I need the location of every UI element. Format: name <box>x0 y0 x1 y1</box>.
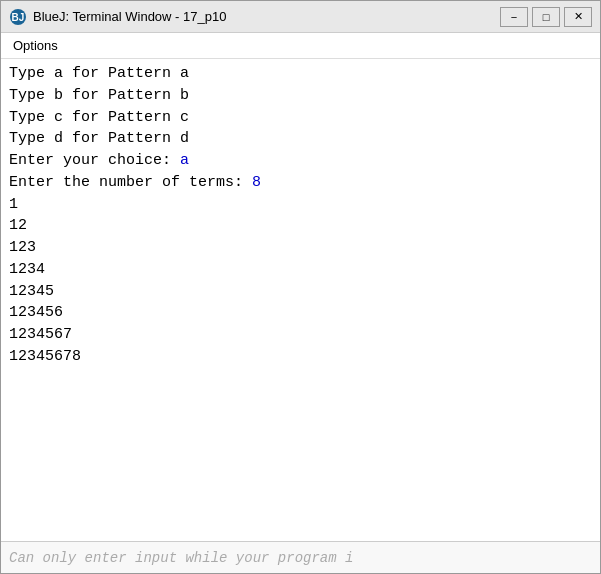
minimize-button[interactable]: − <box>500 7 528 27</box>
line-10: 1234 <box>9 259 592 281</box>
line-3: Type c for Pattern c <box>9 107 592 129</box>
line-3-text: Type c for Pattern c <box>9 109 189 126</box>
line-7: 1 <box>9 194 592 216</box>
line-1: Type a for Pattern a <box>9 63 592 85</box>
terminal-window: BJ BlueJ: Terminal Window - 17_p10 − □ ✕… <box>0 0 601 574</box>
title-bar: BJ BlueJ: Terminal Window - 17_p10 − □ ✕ <box>1 1 600 33</box>
line-8: 12 <box>9 215 592 237</box>
line-2-text: Type b for Pattern b <box>9 87 189 104</box>
window-title: BlueJ: Terminal Window - 17_p10 <box>33 9 500 24</box>
line-13: 1234567 <box>9 324 592 346</box>
window-controls: − □ ✕ <box>500 7 592 27</box>
options-menu[interactable]: Options <box>5 36 66 55</box>
input-placeholder: Can only enter input while your program … <box>9 550 353 566</box>
line-6: Enter the number of terms: 8 <box>9 172 592 194</box>
line-6-text: Enter the number of terms: <box>9 174 252 191</box>
maximize-button[interactable]: □ <box>532 7 560 27</box>
line-4-text: Type d for Pattern d <box>9 130 189 147</box>
line-4: Type d for Pattern d <box>9 128 592 150</box>
terminal-area: Type a for Pattern a Type b for Pattern … <box>1 59 600 541</box>
line-5: Enter your choice: a <box>9 150 592 172</box>
line-9: 123 <box>9 237 592 259</box>
menu-bar: Options <box>1 33 600 59</box>
line-14: 12345678 <box>9 346 592 368</box>
output-area: Type a for Pattern a Type b for Pattern … <box>9 63 592 537</box>
terms-value: 8 <box>252 174 261 191</box>
input-bar: Can only enter input while your program … <box>1 541 600 573</box>
line-2: Type b for Pattern b <box>9 85 592 107</box>
close-button[interactable]: ✕ <box>564 7 592 27</box>
bluej-icon: BJ <box>9 8 27 26</box>
line-1-text: Type a for Pattern a <box>9 65 189 82</box>
line-5-text: Enter your choice: <box>9 152 180 169</box>
svg-text:BJ: BJ <box>12 12 25 23</box>
line-11: 12345 <box>9 281 592 303</box>
choice-value: a <box>180 152 189 169</box>
line-12: 123456 <box>9 302 592 324</box>
